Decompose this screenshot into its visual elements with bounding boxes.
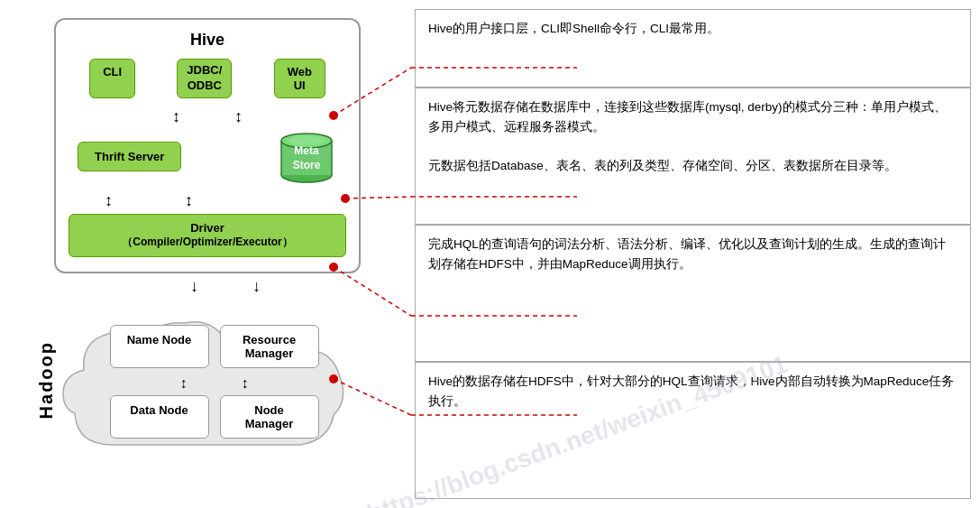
hadoop-arrow2: ↕ (242, 375, 249, 392)
descriptions-area: Hive的用户接口层，CLI即Shell命令行，CLI最常用。 Hive将元数据… (397, 9, 971, 499)
metastore-container: MetaStore (276, 128, 337, 184)
desc-text-1: Hive的用户接口层，CLI即Shell命令行，CLI最常用。 (428, 19, 957, 39)
driver-box: Driver（Compiler/Optimizer/Executor） (69, 214, 346, 257)
arrow1: ↕ (172, 107, 180, 126)
arrow3: ↕ (105, 191, 113, 210)
desc-text-2: Hive将元数据存储在数据库中，连接到这些数据库(mysql, derby)的模… (428, 97, 957, 175)
bottom-nodes-row: Data Node NodeManager (81, 395, 347, 439)
namenode-box: Name Node (110, 325, 209, 368)
resourcemanager-box: ResourceManager (220, 325, 319, 368)
thrift-box: Thrift Server (78, 142, 181, 171)
driver-row: Driver（Compiler/Optimizer/Executor） (69, 214, 346, 257)
v-arrow2: ↓ (252, 277, 261, 296)
main-container: Hive CLI JDBC/ODBC WebUI ↕ ↕ Thrift Serv… (0, 0, 980, 508)
thrift-meta-row: Thrift Server (69, 128, 346, 184)
arrow2: ↕ (234, 107, 243, 126)
top-nodes-row: Name Node ResourceManager (81, 325, 347, 368)
webui-box: WebUI (274, 59, 325, 98)
nodemanager-box: NodeManager (220, 395, 319, 439)
hive-box: Hive CLI JDBC/ODBC WebUI ↕ ↕ Thrift Serv… (54, 18, 361, 273)
desc-block-4: Hive的数据存储在HDFS中，针对大部分的HQL查询请求，Hive内部自动转换… (415, 362, 971, 499)
desc-block-3: 完成HQL的查询语句的词法分析、语法分析、编译、优化以及查询计划的生成。生成的查… (415, 225, 971, 362)
hadoop-arrow1: ↕ (180, 375, 188, 392)
top-arrows: ↕ ↕ (69, 107, 346, 126)
desc-block-1: Hive的用户接口层，CLI即Shell命令行，CLI最常用。 (415, 9, 971, 88)
metastore-label: MetaStore (276, 144, 337, 172)
metastore-cylinder: MetaStore (276, 128, 337, 184)
desc-block-2: Hive将元数据存储在数据库中，连接到这些数据库(mysql, derby)的模… (415, 88, 971, 225)
hive-title: Hive (69, 31, 346, 50)
jdbc-box: JDBC/ODBC (177, 59, 232, 98)
hive-top-row: CLI JDBC/ODBC WebUI (69, 59, 346, 98)
hadoop-area: Hadoop Name Node ResourceManager ↕ ↕ (36, 314, 370, 467)
cloud-nodes: Name Node ResourceManager ↕ ↕ Data Node … (81, 325, 347, 439)
arrow4: ↕ (185, 191, 193, 210)
v-arrow1: ↓ (190, 277, 198, 296)
diagram-area: Hive CLI JDBC/ODBC WebUI ↕ ↕ Thrift Serv… (9, 9, 397, 499)
desc-text-3: 完成HQL的查询语句的词法分析、语法分析、编译、优化以及查询计划的生成。生成的查… (428, 235, 957, 273)
datanode-box: Data Node (110, 395, 209, 439)
thrift-driver-arrows: ↕ ↕ (69, 191, 346, 210)
hive-hadoop-arrows: ↓ ↓ (9, 277, 397, 296)
hadoop-internal-arrows: ↕ ↕ (81, 375, 347, 392)
desc-text-4: Hive的数据存储在HDFS中，针对大部分的HQL查询请求，Hive内部自动转换… (428, 372, 957, 411)
cli-box: CLI (89, 59, 135, 98)
hadoop-label: Hadoop (36, 341, 57, 419)
